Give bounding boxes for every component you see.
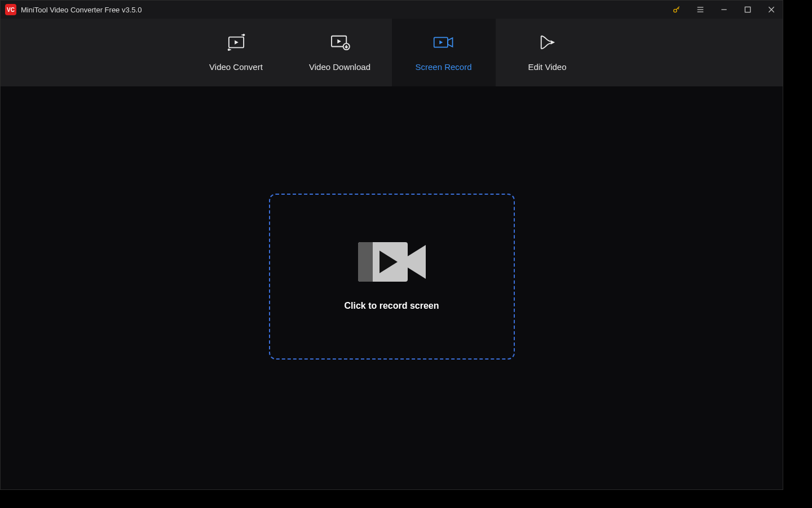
video-camera-icon [358, 242, 426, 284]
svg-rect-5 [745, 7, 750, 12]
tab-video-download[interactable]: Video Download [288, 19, 392, 86]
title-controls [670, 3, 778, 16]
close-icon[interactable] [765, 3, 778, 16]
tab-label: Video Convert [209, 62, 263, 72]
svg-marker-9 [235, 40, 239, 45]
titlebar: VC MiniTool Video Converter Free v3.5.0 [1, 1, 783, 19]
minimize-icon[interactable] [717, 3, 731, 16]
tabbar: Video Convert Video Download [1, 19, 783, 86]
record-screen-button[interactable]: Click to record screen [269, 194, 515, 360]
tab-label: Screen Record [415, 62, 471, 72]
screen-record-icon [433, 34, 454, 53]
svg-rect-17 [373, 242, 377, 282]
svg-marker-19 [408, 245, 426, 279]
tab-screen-record[interactable]: Screen Record [392, 19, 496, 86]
svg-rect-16 [358, 242, 375, 282]
key-icon[interactable] [670, 3, 683, 16]
edit-video-icon [537, 34, 558, 53]
content-area: Click to record screen [1, 86, 783, 489]
tab-label: Video Download [309, 62, 370, 72]
svg-marker-14 [439, 40, 443, 44]
app-logo-icon: VC [5, 4, 16, 15]
record-prompt-text: Click to record screen [344, 301, 439, 311]
menu-icon[interactable] [694, 3, 707, 16]
svg-marker-11 [337, 39, 341, 43]
convert-icon [226, 34, 247, 53]
app-title: MiniTool Video Converter Free v3.5.0 [21, 6, 142, 14]
maximize-icon[interactable] [741, 3, 754, 16]
app-window: VC MiniTool Video Converter Free v3.5.0 [0, 0, 783, 490]
download-icon [329, 34, 351, 53]
tab-edit-video[interactable]: Edit Video [496, 19, 599, 86]
tab-label: Edit Video [528, 62, 566, 72]
tab-video-convert[interactable]: Video Convert [184, 19, 288, 86]
